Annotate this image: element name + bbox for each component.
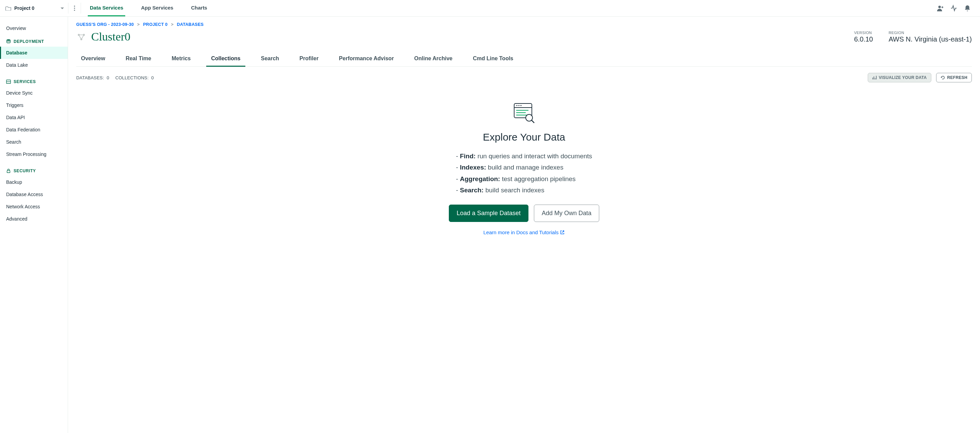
subtab-overview[interactable]: Overview xyxy=(76,52,110,67)
sidebar-item-data-federation[interactable]: Data Federation xyxy=(0,124,68,136)
cluster-region: REGION AWS N. Virginia (us-east-1) xyxy=(888,31,972,43)
add-own-data-button[interactable]: Add My Own Data xyxy=(534,205,599,222)
breadcrumb-databases[interactable]: DATABASES xyxy=(177,22,204,27)
tab-app-services[interactable]: App Services xyxy=(139,0,175,16)
sidebar-item-device-sync[interactable]: Device Sync xyxy=(0,87,68,99)
subtab-performance-advisor[interactable]: Performance Advisor xyxy=(334,52,398,67)
kebab-icon xyxy=(74,5,75,11)
breadcrumb-project[interactable]: PROJECT 0 xyxy=(143,22,167,27)
chart-bar-icon xyxy=(872,75,877,80)
tab-data-services[interactable]: Data Services xyxy=(88,0,125,16)
sidebar-header-services: SERVICES xyxy=(0,75,68,87)
svg-point-15 xyxy=(520,105,521,106)
bell-icon[interactable] xyxy=(964,5,971,12)
activity-icon[interactable] xyxy=(950,5,958,12)
subtab-collections[interactable]: Collections xyxy=(206,52,245,67)
svg-point-13 xyxy=(516,105,517,106)
sidebar-header-security: SECURITY xyxy=(0,164,68,176)
breadcrumb: GUESS'S ORG - 2023-09-30 > PROJECT 0 > D… xyxy=(76,22,972,27)
subtab-online-archive[interactable]: Online Archive xyxy=(409,52,457,67)
server-icon xyxy=(6,79,11,84)
feature-list: - Find: run queries and interact with do… xyxy=(456,150,592,196)
svg-point-2 xyxy=(74,10,75,11)
svg-point-4 xyxy=(7,40,11,41)
caret-down-icon xyxy=(60,8,64,9)
external-link-icon xyxy=(560,230,565,234)
invite-user-icon[interactable] xyxy=(937,5,944,12)
stat-collections: COLLECTIONS: 0 xyxy=(115,75,154,80)
sidebar-header-deployment: DEPLOYMENT xyxy=(0,34,68,47)
subtab-cmd-line-tools[interactable]: Cmd Line Tools xyxy=(468,52,518,67)
sidebar-item-overview[interactable]: Overview xyxy=(0,22,68,34)
svg-point-3 xyxy=(939,6,941,8)
sidebar-item-triggers[interactable]: Triggers xyxy=(0,99,68,111)
svg-rect-7 xyxy=(7,170,10,173)
cluster-icon xyxy=(76,32,86,42)
sidebar-item-data-lake[interactable]: Data Lake xyxy=(0,59,68,71)
more-menu-button[interactable] xyxy=(68,0,81,16)
cluster-subtabs: Overview Real Time Metrics Collections S… xyxy=(76,52,972,67)
top-nav-tabs: Data Services App Services Charts xyxy=(81,0,209,16)
main-content: GUESS'S ORG - 2023-09-30 > PROJECT 0 > D… xyxy=(68,17,980,433)
svg-point-1 xyxy=(74,8,75,8)
database-stack-icon xyxy=(6,39,11,44)
empty-state: Explore Your Data - Find: run queries an… xyxy=(418,102,630,235)
project-selector[interactable]: Project 0 xyxy=(14,5,68,11)
tab-charts[interactable]: Charts xyxy=(189,0,209,16)
folder-icon xyxy=(5,6,11,11)
load-sample-dataset-button[interactable]: Load a Sample Dataset xyxy=(449,205,528,222)
visualize-data-button[interactable]: VISUALIZE YOUR DATA xyxy=(868,73,931,83)
subtab-profiler[interactable]: Profiler xyxy=(295,52,323,67)
sidebar-item-database[interactable]: Database xyxy=(0,47,68,59)
top-nav: Project 0 Data Services App Services Cha… xyxy=(0,0,980,17)
svg-line-20 xyxy=(531,120,534,123)
sidebar-item-search[interactable]: Search xyxy=(0,136,68,148)
subtab-search[interactable]: Search xyxy=(256,52,284,67)
svg-point-14 xyxy=(518,105,519,106)
stat-databases: DATABASES: 0 xyxy=(76,75,109,80)
subtab-real-time[interactable]: Real Time xyxy=(121,52,156,67)
sidebar-item-stream-processing[interactable]: Stream Processing xyxy=(0,148,68,160)
sidebar-item-advanced[interactable]: Advanced xyxy=(0,213,68,225)
sidebar-item-backup[interactable]: Backup xyxy=(0,176,68,188)
cluster-title: Cluster0 xyxy=(91,30,130,43)
sidebar: Overview DEPLOYMENT Database Data Lake S… xyxy=(0,17,68,433)
browser-search-icon xyxy=(512,102,536,125)
empty-title: Explore Your Data xyxy=(418,131,630,143)
sidebar-item-network-access[interactable]: Network Access xyxy=(0,201,68,213)
breadcrumb-org[interactable]: GUESS'S ORG - 2023-09-30 xyxy=(76,22,134,27)
learn-more-link[interactable]: Learn more in Docs and Tutorials xyxy=(484,229,565,235)
sidebar-item-data-api[interactable]: Data API xyxy=(0,111,68,124)
subtab-metrics[interactable]: Metrics xyxy=(167,52,195,67)
project-name: Project 0 xyxy=(14,5,34,11)
refresh-button[interactable]: REFRESH xyxy=(936,73,972,83)
cluster-version: VERSION 6.0.10 xyxy=(854,31,873,43)
svg-point-0 xyxy=(74,5,75,6)
lock-icon xyxy=(6,169,11,173)
sidebar-item-database-access[interactable]: Database Access xyxy=(0,188,68,201)
refresh-icon xyxy=(940,75,945,80)
